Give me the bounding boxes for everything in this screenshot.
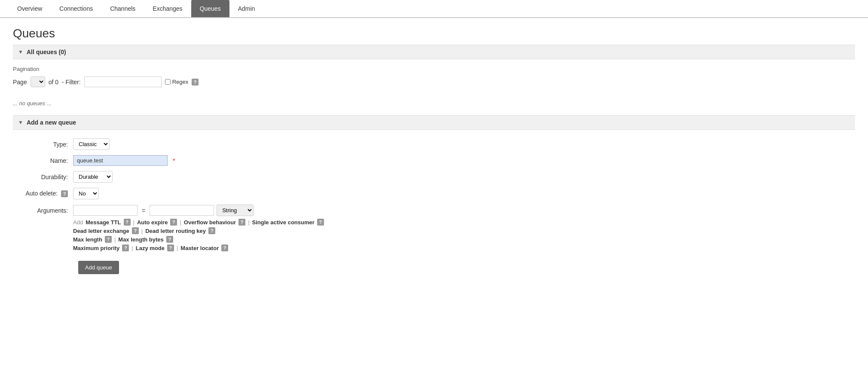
type-row: Type: Classic Quorum xyxy=(13,138,855,150)
durability-control: Durable Transient xyxy=(73,171,113,183)
sep-3: | xyxy=(248,219,249,226)
type-select[interactable]: Classic Quorum xyxy=(73,138,110,150)
filter-label: - Filter: xyxy=(62,79,81,86)
auto-expire-help-icon[interactable]: ? xyxy=(170,219,177,226)
arg-link-dead-letter-routing-key[interactable]: Dead letter routing key xyxy=(145,228,206,234)
pagination-section: Pagination Page of 0 - Filter: Regex ? xyxy=(13,59,855,96)
arguments-content: = String Number Boolean Add Message TTL … xyxy=(73,205,324,251)
filter-input[interactable] xyxy=(84,76,162,87)
overflow-help-icon[interactable]: ? xyxy=(238,219,245,226)
nav-bar: Overview Connections Channels Exchanges … xyxy=(0,0,868,18)
arg-shortcuts-row-3: Max length ? | Max length bytes ? xyxy=(73,236,324,243)
durability-select[interactable]: Durable Transient xyxy=(73,171,113,183)
arguments-row: Arguments: = String Number Boolean Add xyxy=(13,205,855,251)
arg-link-master-locator[interactable]: Master locator xyxy=(180,245,219,251)
message-ttl-help-icon[interactable]: ? xyxy=(124,219,131,226)
page-title: Queues xyxy=(13,27,855,40)
nav-item-admin[interactable]: Admin xyxy=(229,0,264,17)
max-length-bytes-help-icon[interactable]: ? xyxy=(166,236,173,243)
no-queues-message: ... no queues ... xyxy=(13,96,855,115)
page-content: Queues ▼ All queues (0) Pagination Page … xyxy=(0,18,868,291)
arg-shortcuts: Add Message TTL ? | Auto expire ? | Over… xyxy=(73,219,324,251)
sep-1: | xyxy=(133,219,134,226)
add-queue-arrow-icon: ▼ xyxy=(18,119,23,125)
single-active-help-icon[interactable]: ? xyxy=(317,219,324,226)
auto-delete-label: Auto delete: ? xyxy=(13,190,73,197)
all-queues-section-label: All queues (0) xyxy=(27,49,66,55)
name-row: Name: queue.test * xyxy=(13,155,855,166)
regex-label: Regex xyxy=(172,79,189,85)
arg-link-max-length-bytes[interactable]: Max length bytes xyxy=(118,236,163,243)
arg-link-single-active-consumer[interactable]: Single active consumer xyxy=(252,219,315,226)
arg-shortcuts-row-4: Maximum priority ? | Lazy mode ? | Maste… xyxy=(73,244,324,251)
add-queue-section-label: Add a new queue xyxy=(27,119,76,126)
name-label: Name: xyxy=(13,157,73,164)
arg-key-input[interactable] xyxy=(73,205,138,216)
arg-shortcuts-row-1: Add Message TTL ? | Auto expire ? | Over… xyxy=(73,219,324,226)
add-label: Add xyxy=(73,219,83,226)
arg-value-input[interactable] xyxy=(150,205,214,216)
auto-delete-select[interactable]: No Yes xyxy=(73,188,99,199)
all-queues-section-header[interactable]: ▼ All queues (0) xyxy=(13,45,855,59)
equals-sign: = xyxy=(140,207,147,214)
add-queue-button-container: Add queue xyxy=(78,257,855,274)
sep-5: | xyxy=(114,236,116,243)
add-queue-button[interactable]: Add queue xyxy=(78,261,119,274)
master-locator-help-icon[interactable]: ? xyxy=(221,244,228,251)
arg-link-overflow-behaviour[interactable]: Overflow behaviour xyxy=(184,219,236,226)
max-length-help-icon[interactable]: ? xyxy=(105,236,112,243)
lazy-mode-help-icon[interactable]: ? xyxy=(167,244,174,251)
arg-link-maximum-priority[interactable]: Maximum priority xyxy=(73,245,119,251)
nav-item-queues[interactable]: Queues xyxy=(191,0,229,17)
arg-shortcuts-row-2: Dead letter exchange ? | Dead letter rou… xyxy=(73,227,324,234)
sep-7: | xyxy=(177,245,178,251)
max-priority-help-icon[interactable]: ? xyxy=(122,244,129,251)
pagination-label: Pagination xyxy=(13,66,855,72)
required-star: * xyxy=(173,157,175,164)
regex-label-container: Regex xyxy=(165,79,189,85)
arguments-inputs: = String Number Boolean xyxy=(73,205,324,216)
nav-item-connections[interactable]: Connections xyxy=(51,0,101,17)
pagination-controls: Page of 0 - Filter: Regex ? xyxy=(13,76,855,87)
page-label: Page xyxy=(13,79,27,86)
add-queue-section-header[interactable]: ▼ Add a new queue xyxy=(13,115,855,130)
regex-checkbox[interactable] xyxy=(165,79,171,85)
of-label: of 0 xyxy=(49,79,58,86)
regex-help-icon[interactable]: ? xyxy=(192,79,199,86)
durability-label: Durability: xyxy=(13,174,73,180)
type-control: Classic Quorum xyxy=(73,138,110,150)
auto-delete-help-icon[interactable]: ? xyxy=(61,190,68,197)
arg-type-select[interactable]: String Number Boolean xyxy=(217,205,254,216)
sep-4: | xyxy=(141,228,143,234)
page-select[interactable] xyxy=(31,76,45,87)
name-input[interactable]: queue.test xyxy=(73,155,168,166)
arg-link-auto-expire[interactable]: Auto expire xyxy=(137,219,168,226)
sep-2: | xyxy=(180,219,181,226)
add-queue-form: Type: Classic Quorum Name: queue.test * … xyxy=(13,130,855,283)
arg-link-lazy-mode[interactable]: Lazy mode xyxy=(136,245,165,251)
arguments-label: Arguments: xyxy=(13,205,73,214)
nav-item-exchanges[interactable]: Exchanges xyxy=(144,0,191,17)
arg-link-message-ttl[interactable]: Message TTL xyxy=(86,219,121,226)
nav-item-overview[interactable]: Overview xyxy=(9,0,51,17)
all-queues-arrow-icon: ▼ xyxy=(18,49,23,55)
name-control: queue.test * xyxy=(73,155,175,166)
dead-letter-exchange-help-icon[interactable]: ? xyxy=(132,227,139,234)
arg-link-dead-letter-exchange[interactable]: Dead letter exchange xyxy=(73,228,129,234)
arg-link-max-length[interactable]: Max length xyxy=(73,236,102,243)
auto-delete-row: Auto delete: ? No Yes xyxy=(13,188,855,199)
durability-row: Durability: Durable Transient xyxy=(13,171,855,183)
auto-delete-control: No Yes xyxy=(73,188,99,199)
dead-letter-routing-help-icon[interactable]: ? xyxy=(208,227,215,234)
sep-6: | xyxy=(131,245,133,251)
nav-item-channels[interactable]: Channels xyxy=(101,0,144,17)
type-label: Type: xyxy=(13,141,73,148)
